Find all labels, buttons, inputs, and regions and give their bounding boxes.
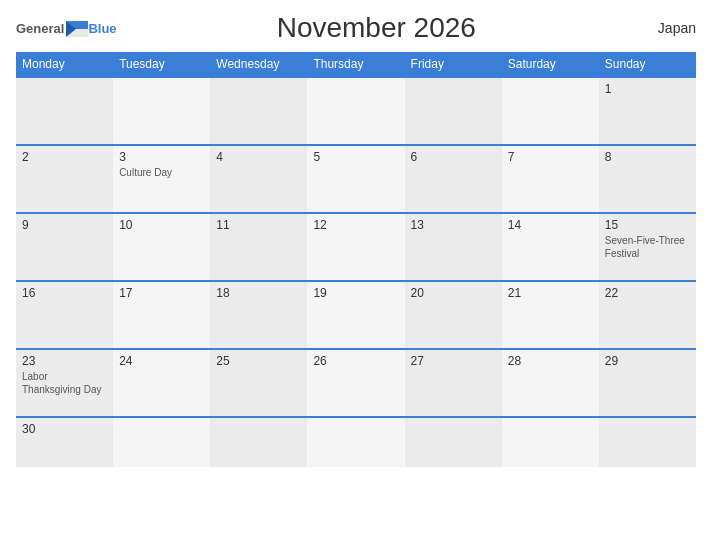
day-number: 16	[22, 286, 107, 300]
day-cell	[210, 417, 307, 467]
day-number: 30	[22, 422, 107, 436]
day-cell: 9	[16, 213, 113, 281]
header-saturday: Saturday	[502, 52, 599, 77]
day-cell: 19	[307, 281, 404, 349]
day-cell: 13	[405, 213, 502, 281]
day-cell: 28	[502, 349, 599, 417]
day-number: 11	[216, 218, 301, 232]
logo: General Blue	[16, 20, 117, 36]
day-cell	[307, 417, 404, 467]
day-number: 12	[313, 218, 398, 232]
logo-blue-text: Blue	[88, 21, 116, 36]
day-cell: 8	[599, 145, 696, 213]
day-number: 28	[508, 354, 593, 368]
day-number: 27	[411, 354, 496, 368]
day-number: 26	[313, 354, 398, 368]
day-cell: 18	[210, 281, 307, 349]
day-number: 24	[119, 354, 204, 368]
day-cell: 24	[113, 349, 210, 417]
day-cell: 20	[405, 281, 502, 349]
day-cell: 12	[307, 213, 404, 281]
calendar-table: Monday Tuesday Wednesday Thursday Friday…	[16, 52, 696, 467]
day-cell: 11	[210, 213, 307, 281]
header-wednesday: Wednesday	[210, 52, 307, 77]
week-row-4: 16171819202122	[16, 281, 696, 349]
header-monday: Monday	[16, 52, 113, 77]
day-number: 15	[605, 218, 690, 232]
day-number: 2	[22, 150, 107, 164]
day-number: 6	[411, 150, 496, 164]
day-number: 9	[22, 218, 107, 232]
day-cell	[113, 77, 210, 145]
day-number: 29	[605, 354, 690, 368]
day-number: 3	[119, 150, 204, 164]
day-cell	[405, 417, 502, 467]
day-cell: 5	[307, 145, 404, 213]
calendar-header: General Blue November 2026 Japan	[16, 12, 696, 44]
week-row-5: 23Labor Thanksgiving Day242526272829	[16, 349, 696, 417]
day-cell: 22	[599, 281, 696, 349]
day-number: 4	[216, 150, 301, 164]
header-thursday: Thursday	[307, 52, 404, 77]
day-cell	[502, 77, 599, 145]
header-tuesday: Tuesday	[113, 52, 210, 77]
days-header-row: Monday Tuesday Wednesday Thursday Friday…	[16, 52, 696, 77]
day-event: Culture Day	[119, 166, 204, 179]
day-cell: 25	[210, 349, 307, 417]
day-cell: 23Labor Thanksgiving Day	[16, 349, 113, 417]
day-cell: 6	[405, 145, 502, 213]
day-cell: 3Culture Day	[113, 145, 210, 213]
header-friday: Friday	[405, 52, 502, 77]
day-number: 20	[411, 286, 496, 300]
week-row-6: 30	[16, 417, 696, 467]
week-row-2: 23Culture Day45678	[16, 145, 696, 213]
day-number: 8	[605, 150, 690, 164]
day-cell: 21	[502, 281, 599, 349]
day-number: 19	[313, 286, 398, 300]
day-number: 23	[22, 354, 107, 368]
day-number: 17	[119, 286, 204, 300]
day-cell: 16	[16, 281, 113, 349]
week-row-1: 1	[16, 77, 696, 145]
day-cell: 17	[113, 281, 210, 349]
day-event: Labor Thanksgiving Day	[22, 370, 107, 396]
day-cell	[307, 77, 404, 145]
day-cell: 27	[405, 349, 502, 417]
week-row-3: 9101112131415Seven-Five-Three Festival	[16, 213, 696, 281]
day-cell	[599, 417, 696, 467]
day-number: 18	[216, 286, 301, 300]
day-cell: 1	[599, 77, 696, 145]
day-cell: 4	[210, 145, 307, 213]
logo-flag-icon	[66, 21, 88, 37]
day-cell	[113, 417, 210, 467]
day-cell	[16, 77, 113, 145]
day-number: 10	[119, 218, 204, 232]
day-number: 5	[313, 150, 398, 164]
day-cell: 7	[502, 145, 599, 213]
day-number: 14	[508, 218, 593, 232]
day-number: 13	[411, 218, 496, 232]
day-number: 1	[605, 82, 690, 96]
header-sunday: Sunday	[599, 52, 696, 77]
logo-general-text: General	[16, 21, 64, 36]
day-number: 7	[508, 150, 593, 164]
day-cell: 2	[16, 145, 113, 213]
country-name: Japan	[636, 20, 696, 36]
day-number: 25	[216, 354, 301, 368]
day-event: Seven-Five-Three Festival	[605, 234, 690, 260]
day-cell	[405, 77, 502, 145]
day-cell: 15Seven-Five-Three Festival	[599, 213, 696, 281]
day-cell: 29	[599, 349, 696, 417]
day-number: 21	[508, 286, 593, 300]
month-title: November 2026	[117, 12, 636, 44]
day-cell: 14	[502, 213, 599, 281]
day-number: 22	[605, 286, 690, 300]
day-cell	[502, 417, 599, 467]
day-cell	[210, 77, 307, 145]
day-cell: 30	[16, 417, 113, 467]
day-cell: 26	[307, 349, 404, 417]
calendar-container: General Blue November 2026 Japan Monday …	[0, 0, 712, 550]
day-cell: 10	[113, 213, 210, 281]
